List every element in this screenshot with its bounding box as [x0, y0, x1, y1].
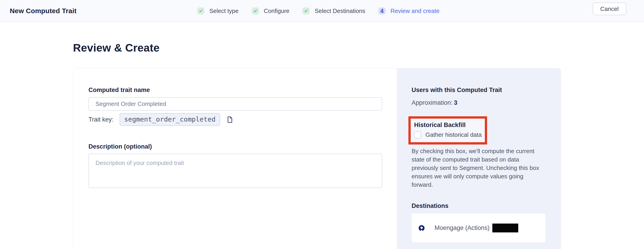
step-review-and-create[interactable]: 4 Review and create	[378, 7, 439, 14]
description-label: Description (optional)	[88, 143, 382, 150]
approximation-row: Approximation:3	[412, 99, 546, 106]
check-icon	[303, 7, 310, 14]
check-icon	[197, 7, 204, 14]
historical-backfill-highlight-box: Historical Backfill Gather historical da…	[408, 116, 487, 145]
step-label: Select type	[209, 7, 238, 14]
redacted-text-block	[492, 224, 518, 233]
backfill-checkbox-row: Gather historical data	[414, 131, 480, 138]
step-label: Configure	[264, 7, 290, 14]
step-number-badge: 4	[378, 7, 386, 14]
trait-name-label: Computed trait name	[88, 87, 382, 94]
gather-historical-data-checkbox[interactable]	[414, 131, 421, 138]
description-textarea[interactable]	[88, 154, 382, 188]
summary-panel: Users with this Computed Trait Approxima…	[397, 68, 561, 249]
gather-historical-data-label[interactable]: Gather historical data	[426, 131, 482, 138]
wizard-header: New Computed Trait Select type Configure…	[0, 0, 644, 22]
approximation-value: 3	[454, 99, 457, 106]
trait-key-value: segment_order_completed	[120, 113, 220, 126]
historical-backfill-heading: Historical Backfill	[414, 122, 480, 129]
backfill-description: By checking this box, we'll compute the …	[412, 147, 544, 189]
step-configure[interactable]: Configure	[252, 7, 290, 14]
destination-name: Moengage (Actions)	[434, 225, 490, 232]
step-select-destinations[interactable]: Select Destinations	[303, 7, 366, 14]
trait-key-row: Trait key: segment_order_completed	[88, 113, 382, 126]
trait-name-input[interactable]	[88, 97, 382, 111]
trait-key-label: Trait key:	[88, 116, 114, 123]
step-select-type[interactable]: Select type	[197, 7, 238, 14]
copy-icon[interactable]	[227, 116, 233, 123]
step-label: Select Destinations	[315, 7, 366, 14]
destinations-heading: Destinations	[412, 203, 546, 210]
approximation-label: Approximation:	[412, 99, 452, 106]
step-indicator: Select type Configure Select Destination…	[197, 7, 439, 14]
review-create-heading: Review & Create	[73, 41, 644, 54]
step-label: Review and create	[390, 7, 439, 14]
check-icon	[252, 7, 259, 14]
cancel-button[interactable]: Cancel	[592, 2, 626, 15]
users-heading: Users with this Computed Trait	[412, 87, 546, 94]
destination-card: Moengage (Actions)	[412, 213, 546, 243]
moengage-logo-icon	[419, 225, 424, 231]
review-container: Computed trait name Trait key: segment_o…	[73, 68, 561, 249]
page-title: New Computed Trait	[10, 7, 77, 15]
trait-form-card: Computed trait name Trait key: segment_o…	[73, 68, 397, 249]
